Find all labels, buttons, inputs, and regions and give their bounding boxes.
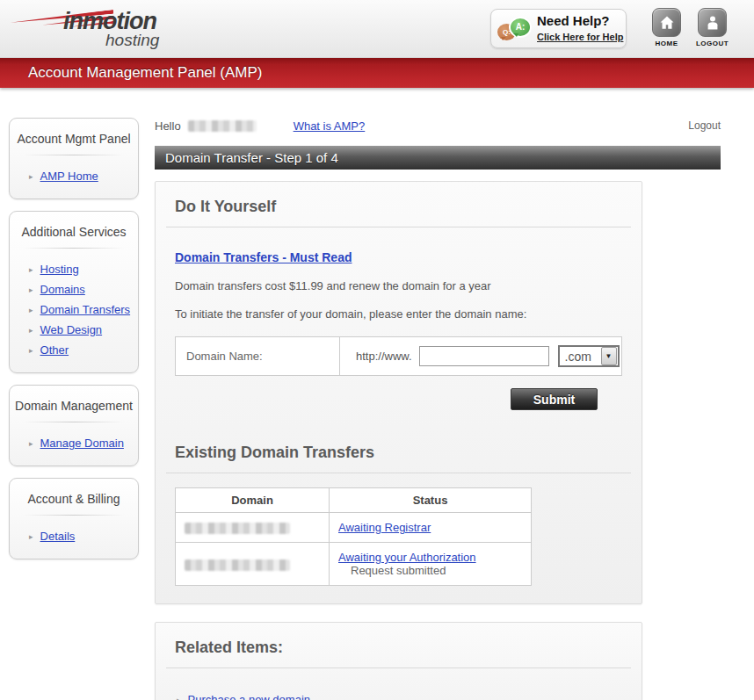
do-it-yourself-panel: Do It Yourself Domain Transfers - Must R… xyxy=(155,181,642,604)
greeting-text: Hello xyxy=(155,119,181,133)
redacted-domain xyxy=(185,523,290,534)
sidebar-item-other[interactable]: ▸ Other xyxy=(10,340,138,360)
greeting-row: Hello What is AMP? Logout xyxy=(155,118,721,134)
sidebar-item-domain-transfers[interactable]: ▸ Domain Transfers xyxy=(10,299,138,320)
inmotion-logo[interactable]: inmotion hosting xyxy=(19,6,186,52)
sidebar-item-web-design[interactable]: ▸ Web Design xyxy=(10,320,138,340)
dropdown-arrow-icon[interactable]: ▼ xyxy=(601,347,617,365)
logout-label: LOGOUT xyxy=(694,40,730,47)
need-help-button[interactable]: Q: A: Need Help? Click Here for Help xyxy=(490,9,627,48)
redacted-username xyxy=(188,120,257,132)
answer-bubble-icon: A: xyxy=(509,17,532,38)
logo-text-hosting: hosting xyxy=(105,31,159,50)
sidebar-section-title: Account & Billing xyxy=(10,489,138,515)
must-read-link[interactable]: Domain Transfers - Must Read xyxy=(175,250,352,264)
column-header-status: Status xyxy=(330,488,532,513)
domain-transfers-link[interactable]: Domain Transfers xyxy=(40,303,131,316)
divider xyxy=(166,668,631,668)
main-content: Hello What is AMP? Logout Domain Transfe… xyxy=(155,118,721,700)
what-is-amp-link[interactable]: What is AMP? xyxy=(294,119,366,133)
sidebar-item-hosting[interactable]: ▸ Hosting xyxy=(10,259,138,279)
cost-text: Domain transfers cost $11.99 and renew t… xyxy=(175,279,622,292)
table-row: Awaiting Registrar xyxy=(176,513,532,543)
sidebar-section-account-mgmt: Account Mgmt Panel ▸ AMP Home xyxy=(9,118,139,199)
existing-transfers-heading: Existing Domain Transfers xyxy=(175,444,622,462)
sidebar: Account Mgmt Panel ▸ AMP Home Additional… xyxy=(9,118,139,700)
other-link[interactable]: Other xyxy=(40,343,69,357)
sidebar-item-manage-domain[interactable]: ▸ Manage Domain xyxy=(10,433,138,453)
logout-button[interactable]: LOGOUT xyxy=(694,8,730,47)
sidebar-section-title: Additional Services xyxy=(10,222,138,248)
bullet-arrow-icon: ▸ xyxy=(29,172,33,181)
divider xyxy=(24,248,124,249)
sidebar-item-details[interactable]: ▸ Details xyxy=(10,526,138,546)
hosting-link[interactable]: Hosting xyxy=(40,263,79,276)
web-design-link[interactable]: Web Design xyxy=(40,323,103,336)
sidebar-section-title: Domain Management xyxy=(10,396,138,422)
qa-speech-bubbles-icon: Q: A: xyxy=(491,11,537,47)
tld-select[interactable]: .com ▼ xyxy=(558,345,620,367)
bullet-arrow-icon: ▸ xyxy=(29,326,33,335)
amp-home-link[interactable]: AMP Home xyxy=(40,170,98,183)
domain-name-input[interactable] xyxy=(419,346,549,366)
sidebar-section-additional-services: Additional Services ▸ Hosting ▸ Domains … xyxy=(9,211,139,373)
divider xyxy=(166,473,631,473)
status-awaiting-registrar-link[interactable]: Awaiting Registrar xyxy=(338,521,431,534)
redacted-domain xyxy=(185,559,290,571)
divider xyxy=(24,515,124,516)
page-title: Domain Transfer - Step 1 of 4 xyxy=(165,150,338,165)
bullet-arrow-icon: ▸ xyxy=(177,696,181,700)
purchase-new-domain-link[interactable]: Purchase a new domain xyxy=(188,693,310,700)
status-note: Request submitted xyxy=(351,564,446,577)
related-item-purchase-domain[interactable]: ▸ Purchase a new domain xyxy=(175,689,622,700)
tld-selected-value: .com xyxy=(560,350,600,364)
bullet-arrow-icon: ▸ xyxy=(29,306,33,314)
logout-link[interactable]: Logout xyxy=(688,119,721,132)
related-items-heading: Related Items: xyxy=(175,639,622,657)
sidebar-section-title: Account Mgmt Panel xyxy=(10,129,138,155)
url-prefix-text: http://www. xyxy=(356,350,412,363)
bullet-arrow-icon: ▸ xyxy=(29,265,33,274)
need-help-title: Need Help? xyxy=(537,13,623,30)
manage-domain-link[interactable]: Manage Domain xyxy=(40,437,124,450)
sidebar-section-domain-management: Domain Management ▸ Manage Domain xyxy=(9,385,139,466)
domain-name-label: Domain Name: xyxy=(176,337,339,375)
click-here-for-help-link[interactable]: Click Here for Help xyxy=(537,32,623,42)
details-link[interactable]: Details xyxy=(40,530,76,543)
bullet-arrow-icon: ▸ xyxy=(29,439,33,448)
submit-button[interactable]: Submit xyxy=(511,388,598,410)
bullet-arrow-icon: ▸ xyxy=(29,532,33,541)
domain-form-row: Domain Name: http://www. .com ▼ xyxy=(175,336,622,376)
home-icon xyxy=(652,8,681,37)
diy-heading: Do It Yourself xyxy=(175,198,622,216)
column-header-domain: Domain xyxy=(176,488,330,513)
sidebar-item-domains[interactable]: ▸ Domains xyxy=(10,279,138,299)
bullet-arrow-icon: ▸ xyxy=(29,285,33,294)
sidebar-item-amp-home[interactable]: ▸ AMP Home xyxy=(10,166,138,186)
sidebar-section-account-billing: Account & Billing ▸ Details xyxy=(9,478,139,559)
existing-transfers-table: Domain Status Awaiting Registrar xyxy=(175,487,532,586)
initiate-text: To initiate the transfer of your domain,… xyxy=(175,307,622,321)
page-title-bar: Domain Transfer - Step 1 of 4 xyxy=(155,146,721,170)
top-header: inmotion hosting Q: A: Need Help? Click … xyxy=(0,0,754,58)
divider xyxy=(24,155,124,155)
bullet-arrow-icon: ▸ xyxy=(29,346,33,355)
table-row: Awaiting your Authorization Request subm… xyxy=(176,543,532,586)
domains-link[interactable]: Domains xyxy=(40,283,85,296)
divider xyxy=(166,227,631,227)
related-items-panel: Related Items: ▸ Purchase a new domain ▸… xyxy=(155,622,642,700)
status-awaiting-authorization-link[interactable]: Awaiting your Authorization xyxy=(338,551,476,564)
divider xyxy=(24,422,124,422)
amp-banner: Account Management Panel (AMP) xyxy=(0,58,754,88)
logout-person-icon xyxy=(698,8,727,37)
home-label: HOME xyxy=(649,40,685,47)
home-button[interactable]: HOME xyxy=(649,8,685,47)
banner-title: Account Management Panel (AMP) xyxy=(28,64,262,82)
